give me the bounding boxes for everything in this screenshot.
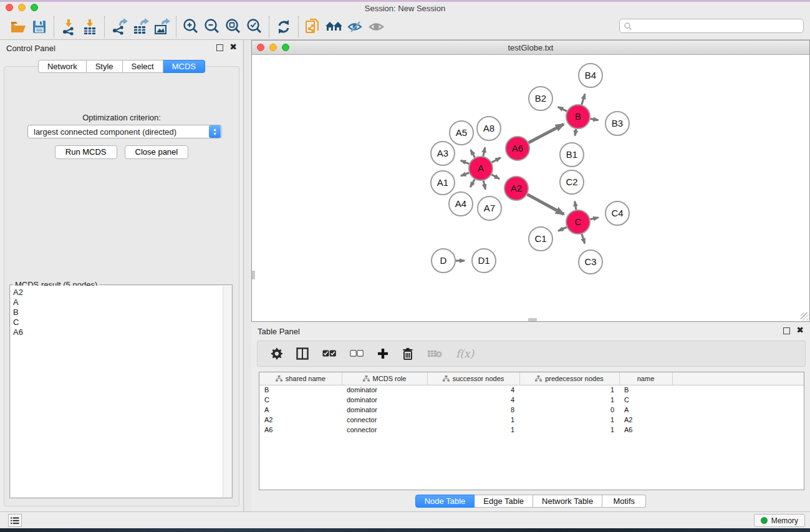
network-canvas[interactable]: B4B2BB3A8A5A6A3B1AA1C2A2A4A7C4CC1C3DD1 — [252, 56, 809, 321]
tab-style[interactable]: Style — [87, 60, 123, 73]
graph-edge-B-B4[interactable] — [582, 94, 585, 105]
select-all-rows-button[interactable] — [322, 350, 336, 357]
export-image-button[interactable] — [151, 16, 172, 37]
memory-button[interactable]: Memory — [754, 514, 805, 527]
graph-node-A[interactable]: A — [469, 157, 493, 180]
graph-node-C1[interactable]: C1 — [529, 227, 552, 251]
close-table-panel-icon[interactable]: ✖ — [796, 325, 804, 335]
tab-motifs[interactable]: Motifs — [602, 495, 646, 508]
table-cell[interactable]: 1 — [427, 415, 519, 425]
graph-edge-A-A8[interactable] — [483, 147, 485, 156]
graph-edge-A-A6[interactable] — [492, 158, 501, 163]
deselect-all-rows-button[interactable] — [350, 350, 364, 357]
graph-node-A1[interactable]: A1 — [431, 171, 455, 195]
graph-edge-A-A5[interactable] — [471, 150, 475, 157]
graph-edge-A-A3[interactable] — [461, 160, 470, 163]
graph-node-A8[interactable]: A8 — [477, 117, 501, 140]
graph-node-B1[interactable]: B1 — [560, 143, 584, 167]
column-header-predecessor-nodes[interactable]: predecessor nodes — [519, 372, 619, 385]
table-cell[interactable]: B — [259, 385, 342, 395]
save-session-button[interactable] — [29, 16, 50, 37]
export-table-button[interactable] — [130, 16, 151, 37]
mcds-list-scrollbar[interactable] — [223, 286, 231, 497]
tab-edge-table[interactable]: Edge Table — [475, 495, 533, 508]
vertical-scroll-nub[interactable] — [252, 271, 255, 279]
close-panel-icon[interactable]: ✖ — [229, 42, 237, 52]
graph-edge-B-B2[interactable] — [558, 107, 567, 111]
table-cell[interactable]: A2 — [619, 415, 672, 425]
graph-node-A3[interactable]: A3 — [431, 142, 455, 165]
node-table[interactable]: shared nameMCDS rolesuccessor nodesprede… — [259, 372, 804, 490]
close-panel-button[interactable]: Close panel — [125, 145, 189, 159]
graph-edge-A-A1[interactable] — [461, 173, 469, 176]
graph-node-D1[interactable]: D1 — [472, 249, 496, 273]
graph-node-A6[interactable]: A6 — [506, 137, 529, 160]
tab-network[interactable]: Network — [38, 60, 87, 73]
table-row[interactable]: A2connector11A2 — [259, 415, 804, 425]
table-cell[interactable]: 1 — [519, 425, 619, 435]
table-row[interactable]: Cdominator41C — [259, 395, 804, 405]
first-neighbors-button[interactable] — [324, 16, 345, 37]
table-cell[interactable]: connector — [342, 425, 427, 435]
table-cell[interactable]: 4 — [427, 385, 519, 395]
graph-node-C4[interactable]: C4 — [605, 201, 629, 225]
table-cell[interactable]: 1 — [427, 425, 519, 435]
zoom-out-button[interactable] — [201, 16, 223, 37]
graph-edge-A6-B[interactable] — [529, 124, 564, 143]
mcds-result-list[interactable]: A2ABCA6 — [11, 286, 231, 497]
table-cell[interactable]: A — [619, 405, 672, 415]
graph-edge-A-A4[interactable] — [470, 179, 475, 187]
table-cell[interactable]: 1 — [519, 385, 619, 395]
graph-edge-C-C3[interactable] — [582, 234, 585, 243]
table-cell[interactable]: B — [619, 385, 672, 395]
table-row[interactable]: A6connector11A6 — [259, 425, 804, 435]
run-mcds-button[interactable]: Run MCDS — [55, 145, 117, 159]
column-header-shared-name[interactable]: shared name — [259, 372, 342, 385]
column-header-successor-nodes[interactable]: successor nodes — [427, 372, 519, 385]
hide-selected-button[interactable] — [345, 16, 366, 37]
graph-node-B2[interactable]: B2 — [529, 87, 552, 110]
graph-edge-C-C2[interactable] — [575, 201, 576, 210]
column-header-MCDS-role[interactable]: MCDS role — [342, 372, 427, 385]
table-settings-button[interactable] — [270, 347, 282, 360]
horizontal-scroll-nub[interactable] — [528, 318, 537, 321]
table-cell[interactable]: dominator — [342, 395, 427, 405]
import-table-button[interactable] — [79, 16, 100, 37]
graph-node-B3[interactable]: B3 — [605, 112, 629, 135]
table-cell[interactable]: A2 — [259, 415, 342, 425]
import-network-button[interactable] — [58, 16, 79, 37]
graph-node-C[interactable]: C — [566, 210, 590, 234]
tab-node-table[interactable]: Node Table — [415, 495, 475, 508]
open-session-button[interactable] — [7, 16, 29, 37]
table-cell[interactable]: connector — [342, 415, 427, 425]
graph-edge-B-B1[interactable] — [575, 129, 576, 136]
table-cell[interactable]: A — [259, 405, 342, 415]
export-network-button[interactable] — [108, 16, 130, 37]
function-builder-button[interactable]: f(x) — [456, 347, 474, 360]
mcds-result-item[interactable]: A — [13, 297, 223, 307]
graph-edge-A-A7[interactable] — [483, 181, 485, 190]
task-history-button[interactable] — [8, 514, 22, 527]
graph-edge-C-C1[interactable] — [558, 227, 566, 231]
table-cell[interactable]: 0 — [519, 405, 619, 415]
graph-node-B4[interactable]: B4 — [579, 64, 602, 87]
column-header-name[interactable]: name — [619, 372, 672, 385]
table-cell[interactable]: 1 — [519, 415, 619, 425]
network-graph[interactable]: B4B2BB3A8A5A6A3B1AA1C2A2A4A7C4CC1C3DD1 — [252, 56, 809, 322]
table-cell[interactable]: C — [259, 395, 342, 405]
refresh-button[interactable] — [273, 16, 294, 37]
table-cell[interactable]: A6 — [619, 425, 672, 435]
table-row[interactable]: Bdominator41B — [259, 385, 804, 395]
graph-node-C2[interactable]: C2 — [560, 170, 584, 194]
criterion-dropdown[interactable]: largest connected component (directed) ▲… — [27, 125, 222, 138]
zoom-in-button[interactable] — [180, 16, 201, 37]
table-cell[interactable]: dominator — [342, 385, 427, 395]
float-table-panel-icon[interactable] — [783, 327, 790, 334]
delete-table-button[interactable] — [427, 349, 442, 358]
graph-node-D[interactable]: D — [432, 249, 455, 273]
graph-node-A4[interactable]: A4 — [449, 192, 473, 216]
graph-node-B[interactable]: B — [566, 105, 590, 128]
table-cell[interactable]: 1 — [519, 395, 619, 405]
delete-column-button[interactable] — [402, 347, 413, 360]
graph-edge-B-B3[interactable] — [591, 118, 599, 120]
